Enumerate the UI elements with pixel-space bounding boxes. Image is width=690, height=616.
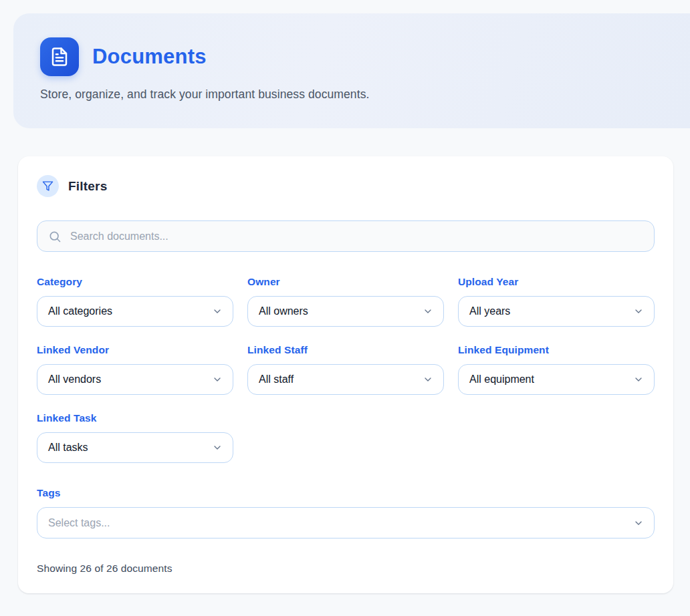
- linked-vendor-select[interactable]: All vendors: [37, 364, 233, 395]
- filters-header: Filters: [37, 175, 655, 197]
- owner-select[interactable]: All owners: [247, 296, 444, 327]
- chevron-down-icon: [212, 306, 223, 317]
- linked-staff-label: Linked Staff: [247, 344, 444, 356]
- upload-year-label: Upload Year: [458, 276, 655, 288]
- upload-year-field: Upload Year All years: [458, 276, 655, 327]
- search-box[interactable]: [37, 220, 655, 252]
- chevron-down-icon: [633, 306, 644, 317]
- linked-vendor-select-value: All vendors: [48, 373, 101, 386]
- upload-year-select-value: All years: [469, 305, 510, 317]
- chevron-down-icon: [633, 518, 644, 528]
- page-header: Documents Store, organize, and track you…: [13, 13, 690, 128]
- linked-equipment-select[interactable]: All equipment: [458, 364, 655, 395]
- tags-field: Tags Select tags...: [37, 487, 655, 538]
- chevron-down-icon: [423, 374, 433, 385]
- linked-vendor-label: Linked Vendor: [37, 344, 233, 356]
- linked-staff-select[interactable]: All staff: [247, 364, 444, 395]
- linked-equipment-select-value: All equipment: [469, 373, 534, 386]
- chevron-down-icon: [423, 306, 433, 317]
- tags-select-placeholder: Select tags...: [48, 517, 110, 529]
- filters-grid: Category All categories Owner All owners…: [37, 276, 655, 463]
- tags-label: Tags: [37, 487, 655, 499]
- owner-field: Owner All owners: [247, 276, 444, 327]
- funnel-icon: [37, 175, 59, 197]
- category-label: Category: [37, 276, 233, 288]
- search-input[interactable]: [70, 230, 643, 243]
- linked-task-select-value: All tasks: [48, 442, 88, 454]
- owner-select-value: All owners: [259, 305, 308, 317]
- document-icon: [40, 37, 79, 76]
- page-title: Documents: [92, 45, 207, 69]
- search-icon: [48, 230, 62, 243]
- upload-year-select[interactable]: All years: [458, 296, 655, 327]
- chevron-down-icon: [633, 374, 644, 385]
- filters-heading: Filters: [68, 179, 107, 194]
- chevron-down-icon: [212, 374, 223, 385]
- category-select[interactable]: All categories: [37, 296, 233, 327]
- category-field: Category All categories: [37, 276, 233, 327]
- chevron-down-icon: [212, 442, 223, 453]
- tags-select[interactable]: Select tags...: [37, 507, 655, 538]
- linked-vendor-field: Linked Vendor All vendors: [37, 344, 233, 395]
- category-select-value: All categories: [48, 305, 112, 317]
- owner-label: Owner: [247, 276, 444, 288]
- linked-equipment-label: Linked Equipment: [458, 344, 655, 356]
- linked-task-label: Linked Task: [37, 412, 233, 424]
- filters-card: Filters Category All categories Owner Al…: [18, 156, 673, 593]
- results-count: Showing 26 of 26 documents: [37, 563, 655, 575]
- linked-task-select[interactable]: All tasks: [37, 432, 233, 463]
- linked-staff-field: Linked Staff All staff: [247, 344, 444, 395]
- linked-equipment-field: Linked Equipment All equipment: [458, 344, 655, 395]
- linked-task-field: Linked Task All tasks: [37, 412, 233, 463]
- linked-staff-select-value: All staff: [259, 373, 294, 386]
- page-subtitle: Store, organize, and track your importan…: [40, 88, 663, 102]
